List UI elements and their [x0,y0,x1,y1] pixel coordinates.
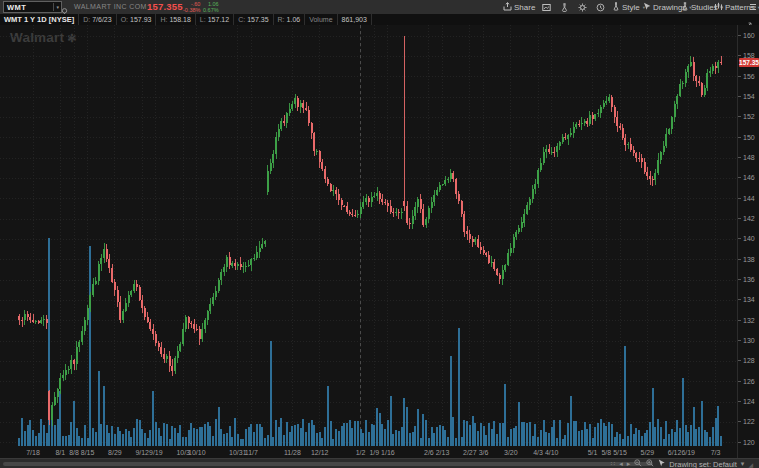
style-icon [612,2,620,13]
clock-icon[interactable] [596,2,605,12]
time-axis-label: 8/29 [102,449,128,456]
price-tick-label: 156 [738,73,755,80]
last-price: 157.355 [147,1,183,12]
price-tick-label: 132 [738,317,755,324]
last-price-badge: 157.35 [739,58,759,67]
ohlc-range-cell: R:1.06 [274,14,306,25]
price-axis[interactable]: 1601581561541521501481461441421401381361… [737,25,759,458]
chart-title-cell[interactable]: WMT 1 Y 1D [NYSE] [0,14,79,25]
ohlc-close-cell: C:157.35 [234,14,273,25]
price-tick-label: 134 [738,296,755,303]
price-tick-label: 146 [738,174,755,181]
time-slider[interactable] [3,462,653,466]
beaker-icon [681,2,689,13]
time-axis-label: 7/3 [703,449,729,456]
company-name: WALMART INC COM [74,3,147,10]
price-tick-label: 138 [738,256,755,263]
time-axis-label: 10/10 [184,449,210,456]
pan-right-icon[interactable]: ▸ [627,459,631,468]
time-axis-label: 9/19 [143,449,169,456]
pan-left-icon[interactable]: ◂ [619,459,623,468]
status-bar: ∷ ◂ ▸ Drawing set: Default ▾ ◢ [0,458,759,468]
ohlc-open-cell: O:157.93 [117,14,157,25]
price-tick-label: 154 [738,93,755,100]
time-axis[interactable]: 7/188/18/88/158/299/129/1910/310/1010/31… [0,447,737,458]
gear-icon[interactable] [578,2,587,12]
price-tick-label: 148 [738,154,755,161]
resize-grip[interactable]: ◢ [748,461,753,468]
dots-icon[interactable]: ∷ [611,459,615,468]
candles [18,36,722,426]
patterns-icon [714,2,723,13]
time-axis-label: 4/10 [539,449,565,456]
style-button[interactable]: Style▾ [612,2,645,12]
price-tick-label: 142 [738,215,755,222]
time-axis-label: 11/7 [238,449,264,456]
drawing-set-caret[interactable]: ▾ [741,459,745,468]
time-axis-label: 5/15 [607,449,633,456]
symbol-dropdown-caret[interactable]: ▾ [53,3,59,11]
volume-value-cell: 861,903 [338,14,372,25]
pointer-icon[interactable] [658,459,665,468]
ohlc-date-cell: D:7/6/23 [79,14,116,25]
price-tick-label: 136 [738,276,755,283]
share-button[interactable]: Share [503,2,535,12]
chart-title: WMT 1 Y 1D [NYSE] [4,15,74,24]
price-tick-label: 160 [738,32,755,39]
net-change: -.60-0.38% [183,1,200,13]
time-axis-label: 2/13 [430,449,456,456]
ohlc-high-cell: H:158.18 [156,14,195,25]
cursor-icon [643,2,651,13]
price-tick-label: 122 [738,418,755,425]
price-tick-label: 130 [738,337,755,344]
price-tick-label: 120 [738,439,755,446]
time-axis-label: 1/16 [375,449,401,456]
time-axis-label: 3/20 [498,449,524,456]
snapshot-icon[interactable] [542,2,551,12]
time-axis-label: 11/28 [279,449,305,456]
price-tick-label: 144 [738,195,755,202]
time-axis-label: 3/6 [471,449,497,456]
volume-bars [18,238,722,446]
flask-icon[interactable] [560,2,569,12]
time-axis-label: 7/18 [20,449,46,456]
time-axis-label: 5/29 [634,449,660,456]
menu-icon[interactable] [749,2,757,12]
top-toolbar: WMT ▾ WALMART INC COM 157.355 -.60-0.38%… [0,0,759,15]
day-range-values: 1.060.67% [203,1,219,13]
price-tick-label: 150 [738,134,755,141]
price-tick-label: 126 [738,378,755,385]
symbol-text: WMT [7,3,26,12]
drawing-set-selector[interactable]: Drawing set: Default [669,460,737,468]
price-plot[interactable] [0,25,737,447]
price-tick-label: 124 [738,398,755,405]
grid-lines [0,25,737,446]
symbol-input[interactable]: WMT ▾ [3,1,62,13]
volume-label-cell: Volume [305,14,337,25]
time-axis-label: 6/19 [675,449,701,456]
price-tick-label: 140 [738,235,755,242]
zoom-out-icon[interactable] [634,459,642,468]
zoom-in-icon[interactable] [646,459,654,468]
time-axis-label: 12/12 [307,449,333,456]
ohlc-low-cell: L:157.12 [196,14,234,25]
time-axis-label: 8/15 [75,449,101,456]
price-tick-label: 128 [738,357,755,364]
price-tick-label: 152 [738,113,755,120]
share-icon [503,2,512,13]
